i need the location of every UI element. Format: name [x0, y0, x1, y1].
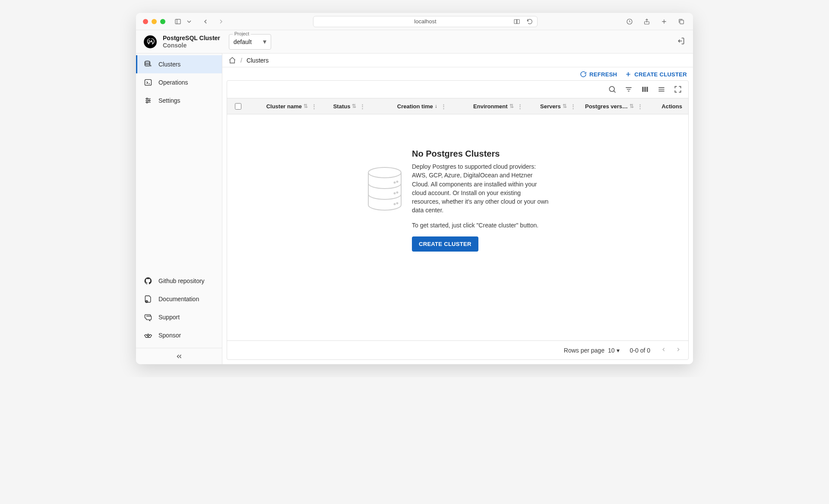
sort-icon: ⇅ — [304, 103, 308, 109]
sponsor-icon — [144, 331, 152, 340]
filter-icon[interactable] — [624, 85, 633, 94]
sidebar-item-operations[interactable]: Operations — [136, 73, 222, 91]
svg-rect-13 — [145, 79, 152, 85]
create-cluster-label: CREATE CLUSTER — [634, 71, 687, 78]
database-icon — [144, 60, 152, 69]
sidebar-item-label: Documentation — [158, 296, 199, 302]
nav-arrows — [201, 17, 226, 26]
chevron-double-left-icon — [175, 353, 183, 360]
project-value: default — [234, 38, 263, 45]
sidebar-item-label: Support — [158, 314, 180, 321]
sidebar-item-github[interactable]: Github repository — [136, 272, 222, 290]
svg-point-41 — [394, 204, 396, 205]
sidebar-collapse-button[interactable] — [136, 348, 222, 364]
columns-icon[interactable] — [641, 85, 649, 94]
column-postgres-version[interactable]: Postgres vers… ⇅ ⋮ — [579, 103, 646, 110]
column-menu-icon[interactable]: ⋮ — [636, 103, 643, 110]
rows-per-page-select[interactable]: 10 ▾ — [608, 347, 620, 354]
svg-rect-0 — [175, 19, 180, 24]
empty-title: No Postgres Clusters — [412, 149, 550, 159]
browser-toolbar: localhost — [136, 13, 693, 30]
breadcrumb: / Clusters — [222, 54, 693, 67]
app-title: PostgreSQL Cluster — [163, 35, 220, 41]
svg-point-37 — [394, 182, 396, 183]
reader-icon[interactable] — [512, 17, 522, 26]
column-menu-icon[interactable]: ⋮ — [569, 103, 576, 110]
sidebar-item-label: Github repository — [158, 277, 205, 284]
svg-point-42 — [397, 203, 398, 204]
documentation-icon: i — [144, 295, 152, 303]
logout-icon[interactable] — [677, 37, 685, 47]
address-text: localhost — [414, 18, 436, 25]
sidebar-nav: Clusters Operations Settings — [136, 54, 222, 268]
history-icon[interactable] — [625, 17, 634, 26]
forward-button[interactable] — [216, 17, 226, 26]
svg-point-39 — [394, 193, 396, 194]
sidebar-footer: Github repository i Documentation Suppor… — [136, 268, 222, 348]
sidebar-toggle-icon[interactable] — [173, 17, 183, 26]
svg-point-10 — [151, 40, 152, 41]
density-icon[interactable] — [657, 85, 666, 94]
fullscreen-icon[interactable] — [674, 85, 682, 94]
share-icon[interactable] — [642, 17, 652, 26]
pager — [661, 346, 681, 354]
sidebar-item-support[interactable]: Support — [136, 308, 222, 326]
create-cluster-button[interactable]: CREATE CLUSTER — [625, 71, 687, 78]
create-cluster-primary-button[interactable]: CREATE CLUSTER — [412, 236, 478, 252]
column-cluster-name[interactable]: Cluster name ⇅ ⋮ — [249, 103, 320, 110]
minimize-window-button[interactable] — [152, 19, 157, 24]
new-tab-icon[interactable] — [659, 17, 669, 26]
column-creation-time[interactable]: Creation time ↓ ⋮ — [369, 103, 449, 110]
sidebar-item-clusters[interactable]: Clusters — [136, 55, 222, 73]
empty-description: Deploy Postgres to supported cloud provi… — [412, 162, 550, 215]
column-menu-icon[interactable]: ⋮ — [310, 103, 317, 110]
close-window-button[interactable] — [143, 19, 148, 24]
svg-point-38 — [397, 181, 398, 183]
sidebar-item-sponsor[interactable]: Sponsor — [136, 326, 222, 344]
column-environment[interactable]: Environment ⇅ ⋮ — [450, 103, 526, 110]
svg-point-36 — [368, 167, 401, 178]
svg-point-9 — [149, 40, 149, 41]
chevron-down-icon: ▾ — [617, 347, 620, 354]
svg-point-40 — [397, 192, 398, 193]
chevron-down-icon[interactable] — [184, 17, 194, 26]
home-icon[interactable] — [228, 57, 236, 64]
maximize-window-button[interactable] — [160, 19, 165, 24]
sidebar-item-label: Clusters — [158, 61, 180, 68]
back-button[interactable] — [201, 17, 210, 26]
address-bar[interactable]: localhost — [313, 16, 538, 27]
sidebar-item-documentation[interactable]: i Documentation — [136, 290, 222, 308]
rows-per-page: Rows per page 10 ▾ — [564, 347, 620, 354]
sidebar-item-settings[interactable]: Settings — [136, 91, 222, 110]
sort-icon: ⇅ — [352, 103, 356, 109]
tabs-icon[interactable] — [677, 17, 686, 26]
pagination-range: 0-0 of 0 — [630, 347, 650, 354]
svg-rect-8 — [680, 20, 684, 24]
column-menu-icon[interactable]: ⋮ — [439, 103, 446, 110]
app-subtitle: Console — [163, 42, 220, 49]
svg-rect-32 — [646, 87, 648, 92]
svg-point-12 — [145, 61, 150, 63]
column-menu-icon[interactable]: ⋮ — [516, 103, 523, 110]
refresh-button[interactable]: REFRESH — [580, 71, 617, 78]
breadcrumb-current: Clusters — [247, 57, 269, 64]
app-logo — [144, 35, 157, 48]
sidebar: Clusters Operations Settings Github repo… — [136, 54, 222, 364]
window-controls — [143, 19, 165, 24]
sort-icon: ⇅ — [509, 103, 514, 109]
project-select[interactable]: Project default ▾ — [229, 34, 271, 50]
column-servers[interactable]: Servers ⇅ ⋮ — [526, 103, 579, 110]
column-actions: Actions — [646, 103, 688, 110]
reload-icon[interactable] — [525, 17, 535, 26]
empty-cta-text: To get started, just click "Create clust… — [412, 221, 550, 230]
refresh-label: REFRESH — [589, 71, 617, 78]
next-page-button[interactable] — [675, 346, 681, 354]
column-status[interactable]: Status ⇅ ⋮ — [320, 103, 369, 110]
svg-point-25 — [609, 86, 614, 91]
prev-page-button[interactable] — [661, 346, 667, 354]
browser-window: localhost — [136, 13, 693, 364]
column-menu-icon[interactable]: ⋮ — [358, 103, 365, 110]
operations-icon — [144, 78, 152, 87]
search-icon[interactable] — [608, 85, 617, 94]
select-all-checkbox[interactable] — [227, 103, 249, 110]
